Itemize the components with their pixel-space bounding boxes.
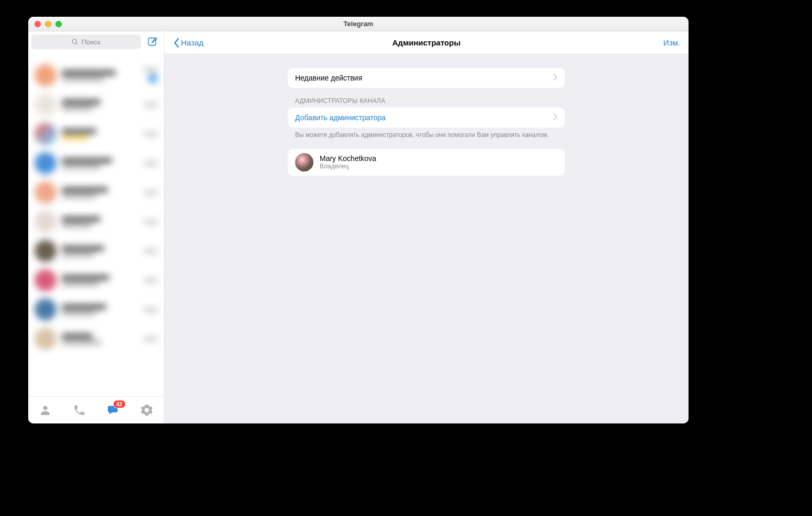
- search-input[interactable]: Поиск: [31, 35, 141, 49]
- app-window: Telegram Поиск: [28, 17, 689, 423]
- admin-name: Mary Kochetkova: [320, 154, 376, 163]
- titlebar: Telegram: [28, 17, 689, 31]
- section-header-admins: АДМИНИСТРАТОРЫ КАНАЛА: [288, 97, 565, 108]
- admin-info: Mary Kochetkova Владелец: [320, 154, 376, 170]
- page-title: Администраторы: [164, 38, 689, 47]
- add-admin-row[interactable]: Добавить администратора: [288, 108, 565, 128]
- chat-item[interactable]: [28, 236, 164, 266]
- tab-contacts[interactable]: [37, 402, 53, 419]
- admin-row[interactable]: Mary Kochetkova Владелец: [288, 149, 565, 176]
- sidebar-tabs: 42: [28, 396, 164, 423]
- add-admin-label: Добавить администратора: [295, 113, 554, 122]
- window-title: Telegram: [28, 20, 689, 28]
- search-icon: [72, 39, 78, 45]
- chat-item[interactable]: [28, 148, 164, 178]
- section-footer-admins: Вы можете добавлять администраторов, что…: [288, 128, 565, 140]
- chat-item[interactable]: [28, 178, 164, 207]
- main-header: Назад Администраторы Изм.: [164, 31, 689, 54]
- chat-list: [28, 52, 164, 396]
- chat-item[interactable]: [28, 119, 164, 148]
- tab-chats[interactable]: 42: [105, 402, 121, 419]
- recent-actions-label: Недавние действия: [295, 74, 554, 82]
- phone-icon: [73, 404, 86, 417]
- tab-settings[interactable]: [139, 402, 155, 419]
- recent-actions-row[interactable]: Недавние действия: [288, 68, 565, 88]
- section-recent-actions: Недавние действия: [288, 68, 565, 88]
- tab-calls[interactable]: [71, 402, 87, 419]
- compose-button[interactable]: [145, 35, 160, 49]
- sidebar-top: Поиск: [28, 31, 164, 52]
- chevron-right-icon: [554, 74, 558, 82]
- chats-badge: 42: [113, 400, 126, 408]
- admin-role: Владелец: [320, 163, 376, 170]
- search-placeholder: Поиск: [82, 38, 100, 46]
- main-content: Назад Администраторы Изм. Недавние дейст…: [164, 31, 689, 423]
- chat-item[interactable]: [28, 90, 164, 119]
- contacts-icon: [39, 404, 52, 417]
- chat-item[interactable]: [28, 61, 164, 90]
- chat-item[interactable]: [28, 207, 164, 236]
- chat-item[interactable]: [28, 295, 164, 324]
- section-channel-admins: АДМИНИСТРАТОРЫ КАНАЛА Добавить администр…: [288, 97, 565, 140]
- gear-icon: [140, 404, 153, 417]
- chevron-right-icon: [554, 113, 558, 122]
- svg-point-1: [43, 406, 47, 410]
- section-admin-list: Mary Kochetkova Владелец: [288, 149, 565, 176]
- avatar: [295, 153, 313, 171]
- main-body: Недавние действия АДМИНИСТРАТОРЫ КАНАЛА …: [164, 54, 689, 423]
- compose-icon: [147, 37, 158, 48]
- chat-item[interactable]: [28, 266, 164, 295]
- sidebar: Поиск: [28, 31, 164, 423]
- chat-item[interactable]: [28, 324, 164, 353]
